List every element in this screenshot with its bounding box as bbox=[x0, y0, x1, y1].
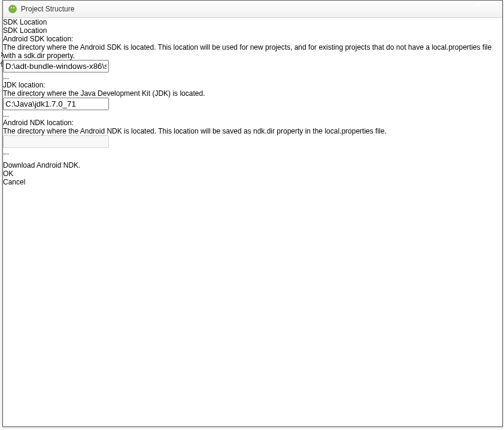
jdk-path-input[interactable] bbox=[3, 98, 109, 110]
jdk-desc: The directory where the Java Development… bbox=[3, 89, 502, 98]
ndk-label: Android NDK location: bbox=[3, 119, 502, 127]
svg-point-2 bbox=[13, 7, 14, 8]
sdk-browse-button[interactable]: ... bbox=[3, 72, 502, 81]
button-bar: OK Cancel bbox=[3, 169, 502, 186]
ndk-browse-button[interactable]: ... bbox=[3, 148, 502, 156]
dialog-window: Project Structure SDK Location SDK Locat… bbox=[2, 0, 503, 427]
ndk-download-suffix: Android NDK. bbox=[35, 161, 80, 169]
page-title: SDK Location bbox=[3, 26, 502, 35]
sdk-field-row: ... bbox=[3, 60, 502, 81]
sidebar-item-label: SDK Location bbox=[3, 18, 47, 26]
titlebar: Project Structure bbox=[3, 1, 502, 18]
content-pane: SDK Location Android SDK location: The d… bbox=[3, 26, 502, 169]
download-ndk-link[interactable]: Download bbox=[3, 161, 35, 169]
ndk-field-row: ... bbox=[3, 135, 502, 156]
sdk-path-input[interactable] bbox=[3, 60, 109, 72]
ok-button[interactable]: OK bbox=[3, 169, 502, 178]
close-button[interactable] bbox=[475, 0, 502, 12]
ndk-download-line: Download Android NDK. bbox=[3, 161, 502, 169]
app-icon bbox=[8, 4, 17, 14]
ndk-path-input bbox=[3, 135, 109, 148]
window-title: Project Structure bbox=[21, 5, 74, 13]
sidebar: SDK Location bbox=[3, 18, 502, 26]
cancel-button[interactable]: Cancel bbox=[3, 178, 502, 186]
ndk-desc: The directory where the Android NDK is l… bbox=[3, 127, 502, 135]
svg-point-0 bbox=[8, 5, 17, 13]
sdk-label: Android SDK location: bbox=[3, 35, 502, 43]
sdk-desc: The directory where the Android SDK is l… bbox=[3, 43, 502, 60]
svg-point-1 bbox=[11, 7, 12, 8]
dialog-body: SDK Location SDK Location Android SDK lo… bbox=[3, 18, 502, 169]
sidebar-item-sdk-location[interactable]: SDK Location bbox=[3, 18, 502, 26]
jdk-field-row: ... bbox=[3, 98, 502, 119]
jdk-label: JDK location: bbox=[3, 81, 502, 89]
jdk-browse-button[interactable]: ... bbox=[3, 110, 502, 119]
